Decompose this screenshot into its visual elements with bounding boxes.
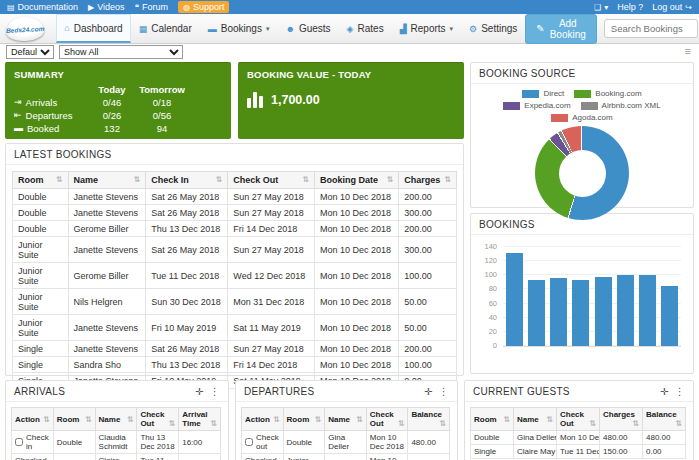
booking-source-donut[interactable] [535, 126, 629, 220]
y-axis-label: 20 [475, 327, 497, 336]
kebab-menu-icon[interactable]: ⋮ [439, 386, 449, 397]
column-header[interactable]: Check Out⇅ [366, 408, 408, 431]
column-header[interactable]: Balance⇅ [408, 408, 450, 431]
current-guests-panel: CURRENT GUESTS ✛ ⋮ Room⇅Name⇅Check Out⇅C… [464, 380, 694, 460]
move-icon[interactable]: ✛ [195, 386, 204, 397]
bar[interactable] [506, 253, 523, 346]
header-row: Action⇅Room⇅Name⇅Check Out⇅Arrival Time⇅ [12, 408, 221, 431]
arrivals-panel: ARRIVALS ✛ ⋮ Action⇅Room⇅Name⇅Check Out⇅… [5, 380, 229, 460]
bar[interactable] [595, 277, 612, 346]
table-cell: Double [53, 431, 95, 454]
table-cell: 16:00 [179, 431, 221, 454]
column-header[interactable]: Name⇅ [514, 408, 557, 431]
topbar-link-documentation[interactable]: ▤ Documentation [7, 2, 78, 12]
tab-bookings[interactable]: ▬ Bookings ▾ [200, 14, 278, 43]
column-header[interactable]: Check Out⇅ [137, 408, 179, 431]
column-header[interactable]: Check Out⇅ [557, 408, 600, 431]
beds24-logo[interactable]: Beds24.com [5, 16, 45, 42]
summary-table: Today Tomorrow ⇥Arrivals 0/46 0/18 ⇤Depa… [14, 83, 222, 135]
table-cell: Check out [242, 431, 284, 454]
column-header[interactable]: Charges⇅ [600, 408, 643, 431]
add-booking-button[interactable]: ✎ Add Booking [525, 14, 597, 44]
legend-item[interactable]: Booking.com [574, 89, 641, 98]
kebab-menu-icon[interactable]: ⋮ [675, 386, 685, 397]
move-icon[interactable]: ✛ [424, 386, 433, 397]
y-axis-label: 40 [475, 313, 497, 322]
table-cell: 100.00 [399, 263, 457, 289]
bar[interactable] [639, 275, 656, 346]
topbar-link-help[interactable]: Help ? [617, 2, 643, 12]
column-header[interactable]: Name⇅ [68, 172, 146, 189]
column-header[interactable]: Action⇅ [242, 408, 284, 431]
legend-item[interactable]: Expedia.com [503, 101, 570, 110]
table-cell: Fri 10 May 2019 [146, 315, 228, 341]
hamburger-menu-icon[interactable]: ≡ [685, 45, 691, 57]
table-cell: 480.00 [643, 431, 686, 445]
table-cell: Sat 26 May 2018 [146, 189, 228, 205]
check-in-checkbox[interactable] [15, 438, 23, 446]
column-header[interactable]: Room⇅ [13, 172, 69, 189]
sort-icon: ⇅ [439, 419, 446, 428]
sort-icon: ⇅ [444, 175, 451, 184]
video-icon: ▶ [88, 3, 94, 12]
table-row: DoubleJanette StevensSat 26 May 2018Sun … [13, 189, 457, 205]
column-header[interactable]: Room⇅ [471, 408, 514, 431]
dashboard-icon: ⌂ [64, 23, 69, 33]
bar[interactable] [572, 280, 589, 346]
chat-menu[interactable]: ❏ ▾ [594, 3, 608, 12]
column-header[interactable]: Arrival Time⇅ [179, 408, 221, 431]
bar[interactable] [550, 278, 567, 346]
table-cell: Double [13, 205, 69, 221]
column-header[interactable]: Check Out⇅ [228, 172, 315, 189]
column-header[interactable]: Name⇅ [95, 408, 137, 431]
table-cell: Thu 13 Dec 2018 [137, 431, 179, 454]
chat-icon: ❏ [594, 3, 601, 12]
tab-reports[interactable]: ▟ Reports ▾ [392, 14, 461, 43]
header-row: Room⇅Name⇅Check In⇅Check Out⇅Booking Dat… [13, 172, 457, 189]
tab-calendar[interactable]: ▦ Calendar [131, 14, 200, 43]
show-all-select[interactable]: Show All [59, 45, 183, 59]
column-header[interactable]: Balance⇅ [643, 408, 686, 431]
search-bookings-input[interactable] [604, 19, 698, 38]
column-header[interactable]: Action⇅ [12, 408, 54, 431]
table-row: SingleJanette StevensSat 26 May 2018Sun … [13, 341, 457, 357]
table-cell: Mon 10 Dec 2018 [366, 454, 408, 460]
table-cell: Di Joung [325, 454, 367, 460]
legend-swatch [503, 102, 520, 110]
sort-icon: ⇅ [168, 419, 175, 428]
topbar-link-logout[interactable]: Log out ↪ [652, 2, 692, 12]
table-cell: Sat 26 May 2018 [146, 341, 228, 357]
table-cell: Double [13, 189, 69, 205]
bar[interactable] [617, 275, 634, 346]
tab-settings[interactable]: ⚙ Settings [461, 14, 525, 43]
column-header[interactable]: Room⇅ [53, 408, 95, 431]
table-row: DoubleGerome BillerThu 13 Dec 2018Fri 14… [13, 221, 457, 237]
column-header[interactable]: Check In⇅ [146, 172, 228, 189]
topbar-link-support[interactable]: ◍ Support [178, 1, 230, 13]
topbar-link-forum[interactable]: ❝ Forum [135, 2, 168, 12]
table-row: Junior SuiteNils HelgrenSun 30 Dec 2018M… [13, 289, 457, 315]
topbar-link-videos[interactable]: ▶ Videos [88, 2, 125, 12]
legend-item[interactable]: Agoda.com [551, 113, 612, 122]
forum-icon: ❝ [135, 3, 139, 12]
check-out-checkbox[interactable] [245, 438, 253, 446]
column-header[interactable]: Room⇅ [283, 408, 325, 431]
table-cell: 50.00 [399, 289, 457, 315]
sort-icon: ⇅ [589, 419, 596, 428]
column-header[interactable]: Name⇅ [325, 408, 367, 431]
tab-rates[interactable]: ◈ Rates [339, 14, 392, 43]
legend-item[interactable]: Airbnb.com XML [581, 101, 661, 110]
tab-dashboard[interactable]: ⌂ Dashboard [56, 14, 130, 43]
kebab-menu-icon[interactable]: ⋮ [210, 386, 220, 397]
tab-guests[interactable]: ☻ Guests [277, 14, 338, 43]
view-select[interactable]: Default [6, 45, 54, 59]
bar[interactable] [661, 286, 678, 346]
summary-row-booked: ▬Booked 132 94 [14, 122, 222, 135]
legend-item[interactable]: Direct [522, 89, 564, 98]
move-icon[interactable]: ✛ [660, 386, 669, 397]
bar[interactable] [528, 280, 545, 346]
table-cell: Sat 11 May 2019 [228, 315, 315, 341]
column-header[interactable]: Booking Date⇅ [314, 172, 398, 189]
column-header[interactable]: Charges⇅ [399, 172, 457, 189]
chevron-down-icon: ▾ [266, 25, 270, 33]
